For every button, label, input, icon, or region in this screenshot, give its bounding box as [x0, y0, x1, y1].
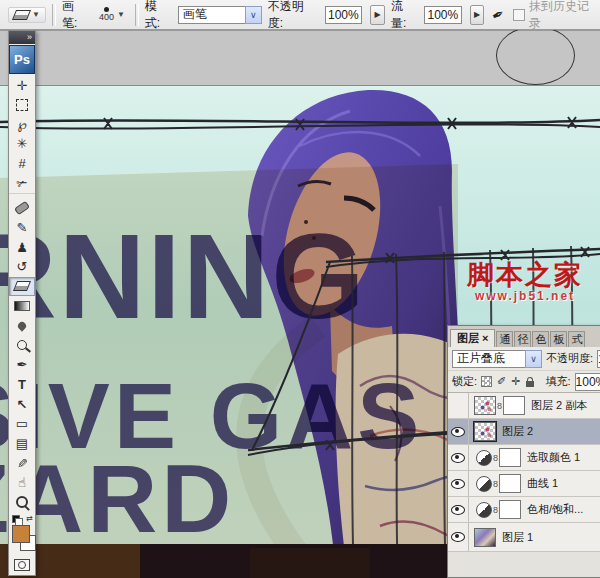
layer-name[interactable]: 曲线 1 — [527, 476, 558, 491]
quick-mask-button[interactable] — [9, 556, 35, 576]
layer-row-hue-saturation[interactable]: 8 色相/饱和... — [448, 497, 600, 523]
eraser-tool[interactable] — [9, 277, 35, 297]
tab-layers[interactable]: 图层 × — [450, 329, 495, 347]
layer-mask-thumbnail[interactable] — [499, 448, 521, 467]
notes-tool[interactable]: ▤ — [9, 434, 35, 454]
healing-brush-tool[interactable] — [9, 198, 35, 218]
mode-select[interactable]: 画笔 ∨ — [178, 6, 262, 24]
eye-icon — [451, 427, 465, 437]
flow-slider-button[interactable]: ▶ — [470, 5, 485, 25]
dodge-tool[interactable] — [9, 336, 35, 356]
layer-name[interactable]: 色相/饱和... — [527, 502, 583, 517]
opacity-input[interactable]: 100% — [325, 6, 363, 24]
brush-preset-picker[interactable]: 400 ▼ — [95, 6, 129, 23]
blur-tool[interactable] — [9, 316, 35, 336]
shape-tool[interactable]: ▭ — [9, 414, 35, 434]
panel-tab-bar: 图层 × 通 径 色 板 式 — [448, 326, 600, 347]
layer-name[interactable]: 图层 2 副本 — [531, 398, 587, 413]
chevron-down-icon[interactable]: ∨ — [525, 350, 542, 368]
foreground-color-swatch[interactable] — [12, 525, 30, 543]
layer-row-selective-color[interactable]: 8 选取颜色 1 — [448, 445, 600, 471]
lock-all-icon[interactable] — [526, 381, 534, 387]
eye-icon — [451, 505, 465, 515]
brush-tip-icon: 400 — [99, 7, 114, 22]
layer-mask-thumbnail[interactable] — [503, 396, 525, 415]
brush-label: 画笔: — [62, 0, 89, 32]
visibility-toggle[interactable] — [448, 497, 469, 522]
lock-transparency-icon[interactable] — [481, 376, 492, 387]
blur-drop-icon — [16, 320, 27, 331]
history-brush-tool[interactable]: ↺ — [9, 257, 35, 277]
move-tool[interactable]: ✛ — [9, 75, 35, 95]
adjustment-layer-icon[interactable] — [476, 476, 492, 492]
double-arrow-icon: » — [27, 32, 32, 42]
layer-row-layer2-copy[interactable]: 8 图层 2 副本 — [448, 393, 600, 419]
swap-colors-icon[interactable]: ⇄ — [26, 514, 33, 523]
layer-mask-thumbnail[interactable] — [499, 500, 521, 519]
lock-pixels-icon[interactable]: ✐ — [497, 375, 506, 388]
adjustment-layer-icon[interactable] — [476, 502, 492, 518]
pen-tool[interactable]: ✒ — [9, 355, 35, 375]
opacity-label: 不透明度: — [268, 0, 319, 32]
crop-tool[interactable]: # — [9, 154, 35, 174]
brush-tool[interactable]: ✎ — [9, 218, 35, 238]
opacity-slider-button[interactable]: ▶ — [370, 5, 385, 25]
fill-input[interactable]: 100% — [575, 373, 600, 391]
watermark: 脚本之家 www.jb51.net — [452, 262, 598, 303]
zoom-tool[interactable] — [9, 493, 35, 513]
layer-row-layer1[interactable]: 图层 1 — [448, 523, 600, 552]
flow-input[interactable]: 100% — [424, 6, 462, 24]
magic-wand-tool[interactable]: ✳ — [9, 134, 35, 154]
tab-swatches[interactable]: 板 — [550, 331, 567, 347]
layer-thumbnail[interactable] — [474, 528, 496, 547]
layer-thumbnail[interactable] — [474, 396, 496, 415]
slice-icon: ✃ — [17, 177, 28, 190]
visibility-toggle[interactable] — [448, 419, 469, 444]
blend-mode-value: 正片叠底 — [452, 350, 525, 368]
lasso-tool[interactable]: ℘ — [9, 115, 35, 135]
adjustment-layer-icon[interactable] — [476, 450, 492, 466]
blend-mode-select[interactable]: 正片叠底 ∨ — [452, 350, 542, 368]
layer-name[interactable]: 图层 2 — [502, 424, 533, 439]
eyedropper-tool[interactable]: ✎ — [9, 453, 35, 473]
chevron-down-icon[interactable]: ∨ — [245, 6, 262, 24]
layer-name[interactable]: 选取颜色 1 — [527, 450, 580, 465]
layer-thumbnail[interactable] — [474, 422, 496, 441]
toolbox-collapse-button[interactable]: » — [9, 31, 35, 44]
layer-mask-thumbnail[interactable] — [499, 474, 521, 493]
visibility-toggle[interactable] — [448, 471, 469, 496]
marquee-icon — [16, 99, 28, 111]
layer-row-curves[interactable]: 8 曲线 1 — [448, 471, 600, 497]
move-icon: ✛ — [17, 79, 28, 92]
eye-icon — [451, 479, 465, 489]
path-select-tool[interactable]: ↖ — [9, 394, 35, 414]
active-tool-preset-button[interactable]: ▼ — [8, 7, 46, 23]
tab-paths[interactable]: 径 — [514, 331, 531, 347]
gradient-tool[interactable] — [9, 296, 35, 316]
quick-mask-icon — [14, 559, 30, 571]
mask-link-icon: 8 — [497, 401, 502, 411]
tab-color[interactable]: 色 — [532, 331, 549, 347]
visibility-toggle[interactable] — [448, 393, 469, 418]
clone-stamp-tool[interactable]: ♟ — [9, 237, 35, 257]
airbrush-icon[interactable]: ✒ — [489, 4, 509, 26]
tab-channels[interactable]: 通 — [496, 331, 513, 347]
watermark-url: www.jb51.net — [452, 289, 598, 303]
mask-link-icon: 8 — [493, 505, 498, 515]
erase-to-history-checkbox[interactable] — [513, 9, 525, 21]
lock-position-icon[interactable]: ✛ — [511, 375, 520, 388]
mask-link-icon: 8 — [493, 479, 498, 489]
visibility-toggle[interactable] — [448, 523, 469, 551]
layer-name[interactable]: 图层 1 — [502, 530, 533, 545]
brush-cursor-outline — [496, 26, 575, 85]
ps-logo: Ps — [9, 45, 35, 74]
lock-label: 锁定: — [452, 374, 477, 389]
type-tool[interactable]: T — [9, 375, 35, 395]
slice-tool[interactable]: ✃ — [9, 173, 35, 193]
layer-row-layer2[interactable]: 图层 2 — [448, 419, 600, 445]
tab-styles[interactable]: 式 — [568, 331, 585, 347]
visibility-toggle[interactable] — [448, 445, 469, 470]
layers-list: 8 图层 2 副本 图层 2 8 选取颜色 1 8 — [448, 393, 600, 577]
hand-tool[interactable]: ☝ — [9, 473, 35, 493]
marquee-tool[interactable] — [9, 95, 35, 115]
